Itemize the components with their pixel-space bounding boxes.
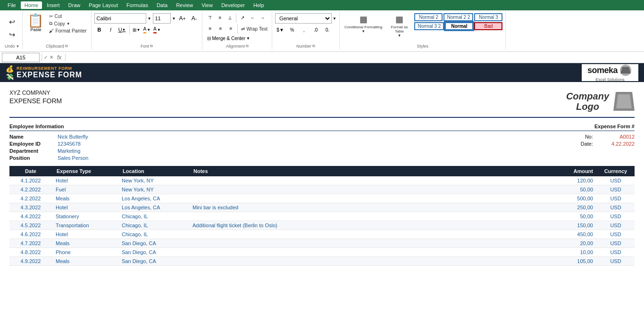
menu-item-page layout[interactable]: Page Layout xyxy=(85,1,122,9)
format-as-table-button[interactable]: ▦ Format asTable ▼ xyxy=(387,13,411,39)
table-row[interactable]: 4.6.2022HotelChicago, IL450,00USD xyxy=(9,230,635,239)
table-cell[interactable]: 4.7.2022 xyxy=(9,239,52,248)
table-cell[interactable]: Stationery xyxy=(52,212,118,221)
table-cell[interactable]: Chicago, IL xyxy=(118,230,189,239)
table-row[interactable]: 4.2.2022MealsLos Angeles, CA500,00USD xyxy=(9,194,635,203)
align-middle-button[interactable]: ≡ xyxy=(215,13,225,22)
number-format-select[interactable]: General Number Currency Percentage xyxy=(275,13,332,24)
align-right-button[interactable]: ≡ xyxy=(226,24,235,33)
table-cell[interactable]: Los Angeles, CA xyxy=(118,194,189,203)
align-left-button[interactable]: ≡ xyxy=(205,24,215,33)
alignment-expand-icon[interactable]: ⧉ xyxy=(246,44,249,49)
table-cell[interactable]: Hotel xyxy=(52,203,118,212)
indent-decrease-button[interactable]: ← xyxy=(248,13,257,22)
menu-item-help[interactable]: Help xyxy=(250,1,268,9)
table-cell[interactable]: Additional flight ticket (Berlin to Oslo… xyxy=(189,221,550,230)
table-cell[interactable]: 50,00 xyxy=(550,212,597,221)
table-cell[interactable] xyxy=(189,212,550,221)
italic-button[interactable]: I xyxy=(106,25,116,34)
increase-font-button[interactable]: A+ xyxy=(177,14,187,23)
table-row[interactable]: 4.7.2022MealsSan Diego, CA20,00USD xyxy=(9,239,635,248)
indent-increase-button[interactable]: → xyxy=(258,13,267,22)
formula-input[interactable] xyxy=(67,55,642,60)
merge-center-button[interactable]: ⊟ Merge & Center ▼ xyxy=(205,35,252,42)
bold-button[interactable]: B xyxy=(94,25,105,34)
table-cell[interactable]: New York, NY xyxy=(118,185,189,194)
table-cell[interactable]: USD xyxy=(597,194,635,203)
table-row[interactable]: 4.1.2022HotelNew York, NY120,00USD xyxy=(9,176,635,185)
table-cell[interactable]: Chicago, IL xyxy=(118,212,189,221)
table-cell[interactable]: Transportation xyxy=(52,221,118,230)
table-cell[interactable] xyxy=(189,230,550,239)
copy-button[interactable]: ⧉ Copy ▼ xyxy=(48,20,88,27)
menu-item-file[interactable]: File xyxy=(4,1,20,9)
table-cell[interactable]: 20,00 xyxy=(550,239,597,248)
accounting-format-button[interactable]: $▼ xyxy=(275,25,285,34)
clipboard-expand-icon[interactable]: ⧉ xyxy=(65,44,68,49)
table-cell[interactable]: USD xyxy=(597,185,635,194)
table-cell[interactable]: 4.3.2022 xyxy=(9,203,52,212)
table-cell[interactable]: USD xyxy=(597,239,635,248)
check-icon[interactable]: ✓ xyxy=(44,55,48,60)
conditional-formatting-button[interactable]: ▦ Conditional Formatting ▼ xyxy=(343,13,384,34)
decrease-font-button[interactable]: A- xyxy=(189,14,199,23)
cell-reference-box[interactable] xyxy=(2,53,40,62)
fill-color-button[interactable]: A ▼ xyxy=(142,26,152,34)
table-cell[interactable]: 150,00 xyxy=(550,221,597,230)
paste-button[interactable]: 📋 Paste xyxy=(25,13,46,33)
number-expand-icon[interactable]: ⧉ xyxy=(312,44,315,49)
menu-item-review[interactable]: Review xyxy=(172,1,197,9)
undo-button[interactable]: ↩ xyxy=(8,16,16,27)
table-cell[interactable]: 10,00 xyxy=(550,248,597,257)
table-cell[interactable]: USD xyxy=(597,221,635,230)
table-cell[interactable]: 50,00 xyxy=(550,185,597,194)
table-cell[interactable]: USD xyxy=(597,257,635,266)
table-cell[interactable]: Chicago, IL xyxy=(118,221,189,230)
table-cell[interactable]: USD xyxy=(597,176,635,185)
table-cell[interactable]: San Diego, CA xyxy=(118,257,189,266)
menu-item-view[interactable]: View xyxy=(198,1,217,9)
table-row[interactable]: 4.4.2022StationeryChicago, IL50,00USD xyxy=(9,212,635,221)
table-cell[interactable]: 4.2.2022 xyxy=(9,194,52,203)
table-cell[interactable]: 4.1.2022 xyxy=(9,176,52,185)
menu-item-insert[interactable]: Insert xyxy=(43,1,64,9)
table-cell[interactable]: Meals xyxy=(52,194,118,203)
table-row[interactable]: 4.3.2022HotelLos Angeles, CAMini bar is … xyxy=(9,203,635,212)
table-row[interactable]: 4.5.2022TransportationChicago, ILAdditio… xyxy=(9,221,635,230)
table-cell[interactable] xyxy=(189,239,550,248)
align-bottom-button[interactable]: ⊥ xyxy=(225,13,234,22)
table-cell[interactable]: San Diego, CA xyxy=(118,248,189,257)
text-direction-button[interactable]: ↗ xyxy=(238,13,247,22)
borders-button[interactable]: ⊞ ▼ xyxy=(132,27,142,33)
table-row[interactable]: 4.9.2022MealsSan Diego, CA105,00USD xyxy=(9,257,635,266)
font-name-input[interactable] xyxy=(94,13,146,24)
cancel-formula-icon[interactable]: ✕ xyxy=(50,55,53,60)
table-cell[interactable]: 250,00 xyxy=(550,203,597,212)
table-cell[interactable] xyxy=(189,257,550,266)
table-cell[interactable]: 4.9.2022 xyxy=(9,257,52,266)
table-cell[interactable]: 4.4.2022 xyxy=(9,212,52,221)
table-cell[interactable]: Mini bar is excluded xyxy=(189,203,550,212)
table-cell[interactable]: Hotel xyxy=(52,230,118,239)
table-cell[interactable] xyxy=(189,176,550,185)
menu-item-formulas[interactable]: Formulas xyxy=(123,1,152,9)
table-cell[interactable]: 4.8.2022 xyxy=(9,248,52,257)
table-cell[interactable]: USD xyxy=(597,212,635,221)
table-cell[interactable]: Meals xyxy=(52,257,118,266)
underline-button[interactable]: U ▼ xyxy=(117,25,127,34)
normal2-style-button[interactable]: Normal 2 xyxy=(414,13,443,21)
table-cell[interactable]: USD xyxy=(597,248,635,257)
table-cell[interactable]: 4.6.2022 xyxy=(9,230,52,239)
table-cell[interactable]: San Diego, CA xyxy=(118,239,189,248)
table-cell[interactable] xyxy=(189,194,550,203)
table-cell[interactable]: 4.5.2022 xyxy=(9,221,52,230)
table-cell[interactable]: Los Angeles, CA xyxy=(118,203,189,212)
table-cell[interactable]: Fuel xyxy=(52,185,118,194)
table-cell[interactable]: USD xyxy=(597,230,635,239)
table-cell[interactable] xyxy=(189,248,550,257)
table-row[interactable]: 4.8.2022PhoneSan Diego, CA10,00USD xyxy=(9,248,635,257)
table-cell[interactable]: New York, NY xyxy=(118,176,189,185)
normal22-style-button[interactable]: Normal 2 2 xyxy=(443,13,473,21)
table-cell[interactable]: 120,00 xyxy=(550,176,597,185)
normal32-style-button[interactable]: Normal 3 2 xyxy=(414,22,444,30)
